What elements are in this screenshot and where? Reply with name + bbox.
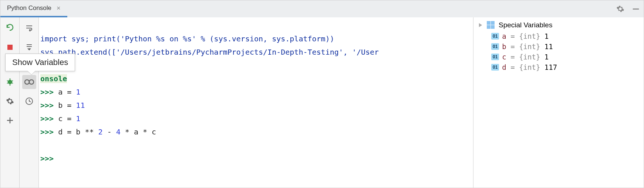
- softwrap-button[interactable]: [22, 21, 36, 35]
- var-eq: =: [506, 63, 519, 71]
- debug-button[interactable]: [3, 75, 17, 89]
- tab-python-console[interactable]: Python Console ×: [0, 0, 67, 17]
- var-name: c: [502, 53, 506, 61]
- type-badge: 01: [491, 43, 499, 50]
- console-output[interactable]: import sys; print('Python %s on %s' % (s…: [39, 17, 473, 188]
- var-type: {int}: [519, 42, 544, 51]
- var-type: {int}: [519, 63, 544, 71]
- svg-point-2: [8, 80, 12, 84]
- var-value: 1: [544, 32, 549, 40]
- var-value: 117: [544, 63, 557, 71]
- console-line: sys.path.extend(['/Users/jetbrains/Pycha…: [40, 48, 379, 57]
- variables-title: Special Variables: [499, 21, 552, 29]
- new-console-button[interactable]: [3, 113, 17, 127]
- prompt: >>>: [40, 101, 54, 110]
- var-type: {int}: [519, 32, 544, 40]
- prompt: >>>: [40, 154, 54, 163]
- console-line: import sys; print('Python %s on %s' % (s…: [40, 34, 334, 43]
- var-value: 11: [544, 42, 553, 51]
- var-name: d: [502, 63, 506, 71]
- svg-point-3: [25, 80, 29, 84]
- var-name: a: [502, 32, 506, 40]
- content-area: import sys; print('Python %s on %s' % (s…: [0, 17, 644, 188]
- type-badge: 01: [491, 54, 499, 60]
- left-toolbar: [0, 17, 20, 188]
- tooltip-show-variables: Show Variables: [5, 54, 75, 71]
- type-badge: 01: [491, 64, 499, 71]
- svg-rect-0: [633, 8, 639, 10]
- minimize-icon[interactable]: [632, 5, 640, 13]
- var-eq: =: [506, 42, 519, 51]
- code: * a * c: [121, 127, 156, 136]
- variable-row[interactable]: 01a = {int} 1: [491, 32, 639, 40]
- variable-row[interactable]: 01b = {int} 11: [491, 42, 639, 51]
- var-value: 1: [544, 53, 549, 61]
- scroll-to-end-button[interactable]: [22, 40, 36, 54]
- prompt: >>>: [40, 127, 54, 136]
- gear-icon[interactable]: [616, 5, 624, 13]
- type-badge: 01: [491, 33, 499, 40]
- variables-header[interactable]: Special Variables: [478, 21, 639, 29]
- svg-rect-1: [7, 45, 13, 50]
- var-type: {int}: [519, 53, 544, 61]
- toolwindow-header: Python Console ×: [0, 0, 644, 17]
- code: 4: [116, 127, 121, 136]
- tooltip-text: Show Variables: [12, 58, 68, 67]
- var-eq: =: [506, 32, 519, 40]
- expand-icon[interactable]: [478, 23, 483, 28]
- svg-point-4: [29, 80, 34, 84]
- code: a =: [58, 88, 76, 96]
- variables-group-icon: [487, 21, 495, 29]
- var-eq: =: [506, 53, 519, 61]
- variables-pane: Special Variables 01a = {int} 101b = {in…: [473, 17, 644, 188]
- prompt: >>>: [40, 114, 54, 123]
- stop-button[interactable]: [3, 40, 17, 54]
- variable-row[interactable]: 01d = {int} 117: [491, 63, 639, 71]
- code: c =: [58, 114, 76, 123]
- code: 2: [98, 127, 103, 136]
- code: 1: [76, 88, 80, 96]
- settings-button[interactable]: [3, 94, 17, 108]
- show-variables-button[interactable]: [22, 75, 36, 89]
- code: b =: [58, 101, 76, 110]
- var-name: b: [502, 42, 506, 51]
- mid-toolbar: [20, 17, 39, 188]
- close-icon[interactable]: ×: [57, 4, 61, 12]
- code: -: [103, 127, 116, 136]
- code: 11: [76, 101, 85, 110]
- code: d = b **: [58, 127, 98, 136]
- variable-row[interactable]: 01c = {int} 1: [491, 53, 639, 61]
- rerun-button[interactable]: [3, 21, 17, 35]
- prompt: >>>: [40, 88, 54, 96]
- code: 1: [76, 114, 80, 123]
- history-button[interactable]: [22, 94, 36, 108]
- console-highlight: onsole: [40, 74, 67, 83]
- tab-title: Python Console: [7, 4, 51, 12]
